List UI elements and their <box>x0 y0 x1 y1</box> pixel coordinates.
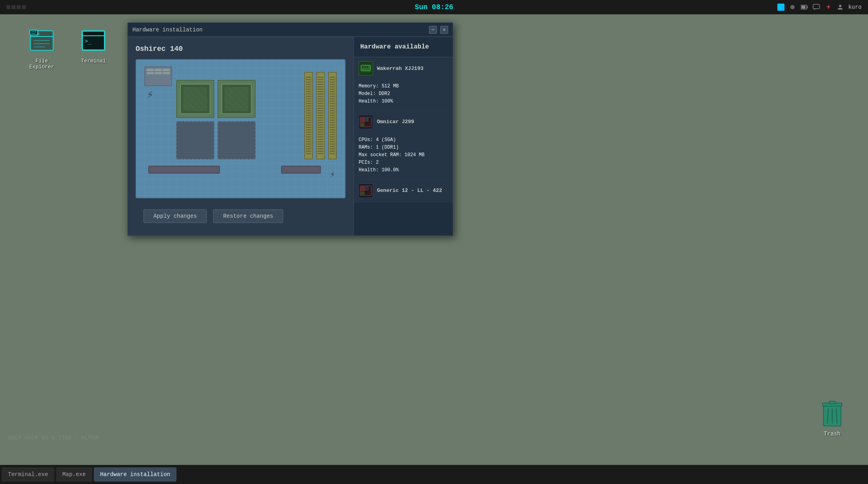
cpu-socket-2[interactable] <box>217 80 256 118</box>
plus-icon[interactable]: + <box>824 3 832 11</box>
hw-item-header-wakerrah[interactable]: Wakerrah XJJ193 <box>354 57 453 79</box>
hw-item-generic[interactable]: Generic 12 - LL - 422 <box>354 180 453 202</box>
svg-rect-57 <box>362 119 364 121</box>
svg-rect-60 <box>361 123 364 124</box>
hw-item-header-omnicar[interactable]: Omnicar J299 <box>354 111 453 133</box>
username-label: kuro <box>848 4 862 10</box>
svg-rect-50 <box>363 71 364 72</box>
ram-slot-area <box>304 72 337 159</box>
user-icon <box>836 3 844 11</box>
hw-detail-rams: RAMs: 1 (DDR1) <box>359 144 448 151</box>
restore-changes-button[interactable]: Restore changes <box>213 209 283 223</box>
terminal-icon: >_ <box>79 26 108 55</box>
svg-rect-46 <box>362 66 363 68</box>
taskbar-item-hw[interactable]: Hardware installation <box>94 467 177 482</box>
taskbar-item-map[interactable]: Map.exe <box>56 467 92 482</box>
hw-item-details-omnicar: CPUs: 4 (SGA) RAMs: 1 (DDR1) Max socket … <box>354 133 453 179</box>
ram-slot-2[interactable] <box>316 72 325 159</box>
hw-detail-model: Model: DDR2 <box>359 90 448 98</box>
svg-rect-47 <box>364 66 366 68</box>
svg-point-1 <box>792 6 793 8</box>
hw-item-header-generic[interactable]: Generic 12 - LL - 422 <box>354 180 453 202</box>
hw-item-wakerrah[interactable]: Wakerrah XJJ193 Memory: 512 MB Model: DD… <box>354 57 453 111</box>
desktop: File Explorer >_ Terminal <box>0 14 868 465</box>
svg-rect-5 <box>813 4 819 9</box>
svg-rect-69 <box>829 401 835 404</box>
settings-icon[interactable] <box>788 3 796 11</box>
motherboard-diagram[interactable]: ⚡ <box>136 59 346 198</box>
hw-detail-pcis: PCIs: 2 <box>359 159 448 166</box>
hw-content: Oshirec 140 <box>128 37 453 236</box>
topbar: Sun 08:26 + <box>0 0 868 14</box>
svg-rect-64 <box>362 188 364 190</box>
svg-rect-52 <box>366 71 367 72</box>
power-connector-2: ⚡ <box>330 169 335 180</box>
power-connector <box>144 66 172 86</box>
trash-desktop-icon[interactable]: Trash <box>820 401 844 437</box>
svg-text:>_: >_ <box>85 38 91 45</box>
hw-item-name-wakerrah: Wakerrah XJJ193 <box>377 66 423 72</box>
trash-label: Trash <box>824 431 841 437</box>
svg-rect-59 <box>367 118 368 121</box>
grid-icon4[interactable] <box>22 5 26 9</box>
terminal-label: Terminal <box>81 58 106 64</box>
hardware-available-title: Hardware available <box>354 37 453 57</box>
hardware-list[interactable]: Wakerrah XJJ193 Memory: 512 MB Model: DD… <box>354 57 453 236</box>
svg-marker-6 <box>814 9 816 10</box>
cpu-socket-grid <box>176 80 256 159</box>
grid-icon[interactable] <box>6 5 10 9</box>
hw-model-name: Oshirec 140 <box>136 45 346 53</box>
svg-rect-49 <box>361 71 362 72</box>
desktop-icon-file-explorer[interactable]: File Explorer <box>24 26 60 70</box>
hw-action-buttons: Apply changes Restore changes <box>136 205 346 228</box>
minimize-button[interactable]: — <box>429 26 437 34</box>
expansion-slot-2[interactable] <box>281 166 321 174</box>
close-button[interactable]: ✕ <box>440 26 448 34</box>
ram-slot-1[interactable] <box>304 72 313 159</box>
apply-changes-button[interactable]: Apply changes <box>144 209 207 223</box>
svg-rect-53 <box>368 71 369 72</box>
topbar-right: + kuro <box>777 3 862 11</box>
hw-detail-cpus: CPUs: 4 (SGA) <box>359 136 448 144</box>
battery-icon <box>800 3 808 11</box>
svg-rect-66 <box>361 192 364 193</box>
taskbar: Terminal.exe Map.exe Hardware installati… <box>0 465 868 484</box>
topbar-left <box>6 5 26 9</box>
svg-rect-67 <box>361 194 364 195</box>
version-label: GREY HACK V0.6.1548 - ALPHA <box>8 435 98 441</box>
cpu-socket-1[interactable] <box>176 80 214 118</box>
hw-detail-max-ram: Max socket RAM: 1024 MB <box>359 151 448 159</box>
svg-rect-65 <box>366 187 368 190</box>
cpu-socket-4[interactable] <box>217 121 256 159</box>
hw-right-panel: Hardware available <box>353 37 453 236</box>
desktop-icon-terminal[interactable]: >_ Terminal <box>76 26 111 64</box>
file-explorer-icon <box>27 26 56 55</box>
svg-rect-3 <box>807 6 808 8</box>
color-icon[interactable] <box>777 4 785 11</box>
hw-left-panel: Oshirec 140 <box>128 37 353 236</box>
expansion-slot-1[interactable] <box>148 166 220 174</box>
cpu-socket-3[interactable] <box>176 121 214 159</box>
hw-detail-health2: Health: 100.0% <box>359 166 448 174</box>
ram-slot-3[interactable] <box>328 72 337 159</box>
ram-icon-wakerrah <box>359 61 373 76</box>
hw-item-omnicar[interactable]: Omnicar J299 CPUs: 4 (SGA) RAMs: 1 (DDR1… <box>354 111 453 180</box>
hw-item-name-generic: Generic 12 - LL - 422 <box>377 188 442 194</box>
svg-point-7 <box>839 5 841 7</box>
trash-bin-icon <box>820 401 844 428</box>
chat-icon[interactable] <box>812 3 820 11</box>
mobo-icon-generic <box>359 184 373 198</box>
power-plug-icon: ⚡ <box>147 88 153 101</box>
hw-item-details-wakerrah: Memory: 512 MB Model: DDR2 Health: 100% <box>354 79 453 110</box>
hw-titlebar: Hardware installation — ✕ <box>128 23 453 37</box>
hw-titlebar-buttons: — ✕ <box>429 26 448 34</box>
grid-icon2[interactable] <box>12 5 16 9</box>
svg-rect-51 <box>365 71 365 72</box>
hw-window: Hardware installation — ✕ Oshirec 140 <box>127 22 453 236</box>
hw-detail-memory: Memory: 512 MB <box>359 83 448 90</box>
grid-icon3[interactable] <box>17 5 21 9</box>
svg-rect-54 <box>369 71 370 72</box>
svg-rect-15 <box>30 30 38 35</box>
svg-rect-61 <box>361 125 364 126</box>
taskbar-item-terminal[interactable]: Terminal.exe <box>2 467 54 482</box>
